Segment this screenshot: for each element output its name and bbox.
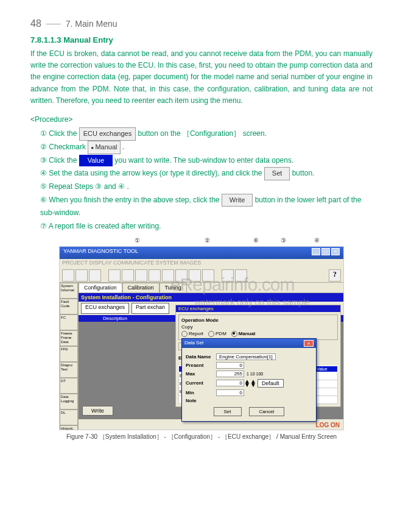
manual-radio: Manual bbox=[88, 141, 120, 154]
body-paragraph: If the ECU is broken, data cannot be rea… bbox=[30, 48, 373, 107]
default-button[interactable]: Default bbox=[258, 379, 284, 388]
callout-row: ① ② ⑥ ③ ④ bbox=[30, 237, 373, 244]
sidebar-tab[interactable]: Fault Code bbox=[60, 299, 78, 314]
tool-icon[interactable] bbox=[222, 269, 234, 282]
window-controls[interactable]: _□× bbox=[312, 248, 340, 258]
tool-icon[interactable] bbox=[89, 269, 101, 282]
screenshot: YANMAR DIAGNOSTIC TOOL _□× PROJECT DISPL… bbox=[59, 246, 344, 430]
tool-icon[interactable] bbox=[62, 269, 74, 282]
tab-tuning[interactable]: Tuning bbox=[159, 283, 187, 293]
tool-icon[interactable] bbox=[162, 269, 174, 282]
ecu-exchanges-button: ECU exchanges bbox=[79, 127, 136, 141]
sidebar-tab[interactable]: DL bbox=[60, 410, 78, 425]
window-title: YANMAR DIAGNOSTIC TOOL bbox=[63, 248, 138, 258]
min-field: 0 bbox=[216, 389, 244, 396]
step-5: ⑤ Repeat Steps ③ and ④ . bbox=[40, 180, 373, 194]
radio-pdm[interactable]: PDM bbox=[208, 331, 226, 337]
sidebar-tab[interactable]: System Informat bbox=[60, 283, 78, 299]
step-3: ③ Click the Value you want to write. The… bbox=[40, 154, 373, 168]
tab-configuration[interactable]: Configuration bbox=[79, 283, 122, 293]
write-button[interactable]: Write bbox=[82, 406, 113, 416]
step-1: ① Click the ECU exchanges button on the … bbox=[40, 127, 373, 141]
left-sidebar: System InformatFault CodeFCFreeze Frame … bbox=[60, 283, 79, 430]
current-field[interactable]: 0 bbox=[216, 380, 244, 386]
step-6: ⑥ When you finish the entry in the above… bbox=[40, 194, 373, 220]
value-button: Value bbox=[79, 155, 113, 167]
spinner-icon[interactable]: ▲▲▲▼▼▼ bbox=[244, 380, 254, 387]
set-button-ref: Set bbox=[264, 167, 290, 180]
toolbar: ? bbox=[60, 269, 343, 283]
write-button-ref: Write bbox=[222, 194, 253, 207]
menubar[interactable]: PROJECT DISPLAY COMMUNICATE SYSTEM IMAGE… bbox=[60, 259, 343, 269]
radio-manual[interactable]: Manual bbox=[231, 331, 256, 337]
sidebar-tab[interactable]: FC bbox=[60, 314, 78, 330]
set-button[interactable]: Set bbox=[214, 407, 242, 416]
chapter-title: 7. Main Menu bbox=[66, 19, 117, 29]
present-field: 0 bbox=[216, 362, 244, 369]
part-exchange-tab[interactable]: Part exchan bbox=[131, 303, 169, 314]
tool-icon[interactable] bbox=[135, 269, 147, 282]
max-field: 255 bbox=[216, 371, 244, 377]
close-icon[interactable]: × bbox=[304, 340, 314, 347]
step-7: ⑦ A report file is created after writing… bbox=[40, 220, 373, 233]
sidebar-tab[interactable]: FFD bbox=[60, 346, 78, 362]
tool-icon[interactable] bbox=[149, 269, 161, 282]
logon-status: LOG ON bbox=[316, 422, 340, 428]
sidebar-tab[interactable]: Freeze Frame Data bbox=[60, 330, 78, 346]
sidebar-tab[interactable]: Diagno Test bbox=[60, 362, 78, 378]
sidebar-tab[interactable]: DT bbox=[60, 378, 78, 394]
tool-icon[interactable] bbox=[122, 269, 134, 282]
tool-icon[interactable] bbox=[202, 269, 214, 282]
radio-report[interactable]: Report bbox=[181, 331, 203, 337]
ecu-exchanges-tab[interactable]: ECU exchanges bbox=[81, 303, 129, 314]
panel-header: ECU exchanges bbox=[176, 305, 340, 312]
data-set-dialog: Data Set× Data NameEngine Compensation[1… bbox=[181, 338, 317, 422]
sub-header: System Installation - Configuration bbox=[79, 293, 343, 302]
help-icon[interactable]: ? bbox=[329, 269, 341, 282]
cancel-button[interactable]: Cancel bbox=[249, 407, 285, 416]
section-title: 7.8.1.1.3 Manual Entry bbox=[30, 35, 373, 44]
main-tabs: Configuration Calibration Tuning bbox=[79, 283, 343, 293]
dialog-title: Data Set bbox=[184, 340, 203, 347]
step-4: ④ Set the data using the arrow keys (or … bbox=[40, 167, 373, 180]
tool-icon[interactable] bbox=[189, 269, 201, 282]
tool-icon[interactable] bbox=[108, 269, 121, 282]
tab-calibration[interactable]: Calibration bbox=[122, 283, 159, 293]
divider: —— bbox=[46, 20, 61, 28]
sidebar-tab[interactable]: Historic Data bbox=[60, 425, 78, 430]
data-name-field: Engine Compensation[1] bbox=[216, 353, 276, 360]
tool-icon[interactable] bbox=[175, 269, 187, 282]
sidebar-tab[interactable]: Data Logging bbox=[60, 394, 78, 410]
tool-icon[interactable] bbox=[75, 269, 88, 282]
tool-icon[interactable] bbox=[235, 269, 247, 282]
window-titlebar: YANMAR DIAGNOSTIC TOOL _□× bbox=[60, 247, 343, 259]
procedure-heading: <Procedure> bbox=[30, 115, 373, 124]
figure-caption: Figure 7-30 ［System Installation］ - ［Con… bbox=[30, 433, 373, 441]
step-2: ② Checkmark Manual . bbox=[40, 141, 373, 154]
page-number: 48 bbox=[30, 18, 41, 29]
